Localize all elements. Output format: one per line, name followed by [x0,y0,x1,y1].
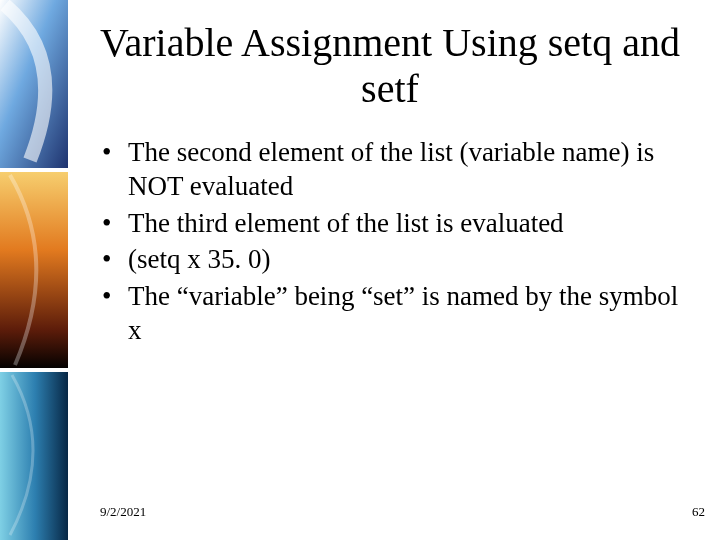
bullet-list: The second element of the list (variable… [100,136,680,348]
list-item: The second element of the list (variable… [100,136,680,204]
footer-date: 9/2/2021 [100,504,146,520]
slide-content: Variable Assignment Using setq and setf … [0,0,720,540]
list-item: The third element of the list is evaluat… [100,207,680,241]
list-item: (setq x 35. 0) [100,243,680,277]
footer-page-number: 62 [692,504,705,520]
list-item: The “variable” being “set” is named by t… [100,280,680,348]
slide-title: Variable Assignment Using setq and setf [100,20,680,112]
